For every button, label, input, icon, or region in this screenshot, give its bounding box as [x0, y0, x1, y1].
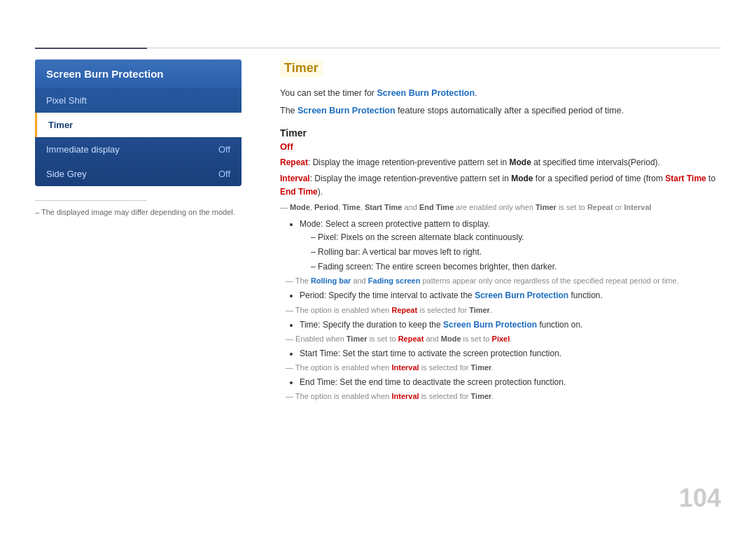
time-note: — Enabled when Timer is set to Repeat an…: [286, 335, 721, 343]
mode-period-note: Mode: [290, 203, 310, 211]
highlight-screen-burn-1: Screen Burn Protection: [377, 88, 475, 98]
mode-label-1: Mode: [510, 157, 531, 167]
right-content: Timer You can set the timer for Screen B…: [280, 59, 721, 405]
menu-item-value: Off: [218, 169, 230, 179]
interval-para: Interval: Display the image retention-pr…: [280, 172, 721, 199]
interval-label: Interval: [280, 174, 310, 183]
panel-divider: [35, 200, 147, 201]
menu-item-label: Immediate display: [46, 144, 120, 155]
menu-item-side-grey[interactable]: Side Grey Off: [35, 162, 241, 186]
section-title: Timer: [280, 59, 323, 77]
menu-item-label: Side Grey: [46, 169, 87, 179]
bullet-start-time: Start Time: Set the start time to activa…: [300, 347, 721, 360]
note-timer-settings: Mode, Period, Time, Start Time and End T…: [280, 202, 721, 213]
page-number: 104: [679, 484, 721, 513]
intro-text-2: The Screen Burn Protection feature stops…: [280, 104, 721, 118]
menu-item-timer[interactable]: Timer: [35, 113, 241, 137]
mode-label-2: Mode: [511, 174, 533, 183]
highlight-screen-burn-2: Screen Burn Protection: [298, 106, 396, 115]
sub-bullet-list: Pixel: Pixels on the screen alternate bl…: [311, 231, 721, 274]
end-time-label: End Time: [280, 187, 318, 197]
bullet-time: Time: Specify the duration to keep the S…: [300, 318, 721, 332]
subsection-timer: Timer: [280, 127, 721, 139]
menu-item-label: Pixel Shift: [46, 95, 87, 106]
time-bullet-list: Time: Specify the duration to keep the S…: [300, 318, 721, 332]
panel-note: – The displayed image may differ dependi…: [35, 208, 241, 216]
start-time-bullet-list: Start Time: Set the start time to activa…: [300, 347, 721, 360]
start-time-note: — The option is enabled when Interval is…: [286, 363, 721, 372]
rolling-fading-note: — The Rolling bar and Fading screen patt…: [286, 276, 721, 285]
repeat-label: Repeat: [280, 157, 308, 167]
start-time-label: Start Time: [665, 174, 706, 183]
period-note: — The option is enabled when Repeat is s…: [286, 306, 721, 314]
period-bullet-list: Period: Specify the time interval to act…: [300, 289, 721, 302]
menu-title: Screen Burn Protection: [35, 59, 241, 88]
status-off: Off: [280, 141, 721, 152]
bullet-mode: Mode: Select a screen protective pattern…: [300, 218, 721, 274]
sub-bullet-pixel: Pixel: Pixels on the screen alternate bl…: [311, 231, 721, 244]
repeat-para: Repeat: Display the image retention-prev…: [280, 156, 721, 169]
end-time-note: — The option is enabled when Interval is…: [286, 392, 721, 400]
left-panel: Screen Burn Protection Pixel Shift Timer…: [35, 59, 241, 216]
menu-item-immediate-display[interactable]: Immediate display Off: [35, 137, 241, 162]
top-accent-line: [35, 48, 147, 49]
sub-bullet-rolling: Rolling bar: A vertical bar moves left t…: [311, 246, 721, 259]
bullet-end-time: End Time: Set the end time to deactivate…: [300, 376, 721, 389]
menu-item-pixel-shift[interactable]: Pixel Shift: [35, 88, 241, 113]
menu-item-value: Off: [218, 144, 230, 155]
intro-text-1: You can set the timer for Screen Burn Pr…: [280, 87, 721, 100]
bullet-period: Period: Specify the time interval to act…: [300, 289, 721, 302]
sub-bullet-fading: Fading screen: The entire screen becomes…: [311, 260, 721, 274]
menu-box: Screen Burn Protection Pixel Shift Timer…: [35, 59, 241, 186]
end-time-bullet-list: End Time: Set the end time to deactivate…: [300, 376, 721, 389]
menu-item-label: Timer: [48, 120, 73, 130]
main-bullet-list: Mode: Select a screen protective pattern…: [300, 218, 721, 274]
mode-bullet-label: Mode: [300, 219, 321, 229]
